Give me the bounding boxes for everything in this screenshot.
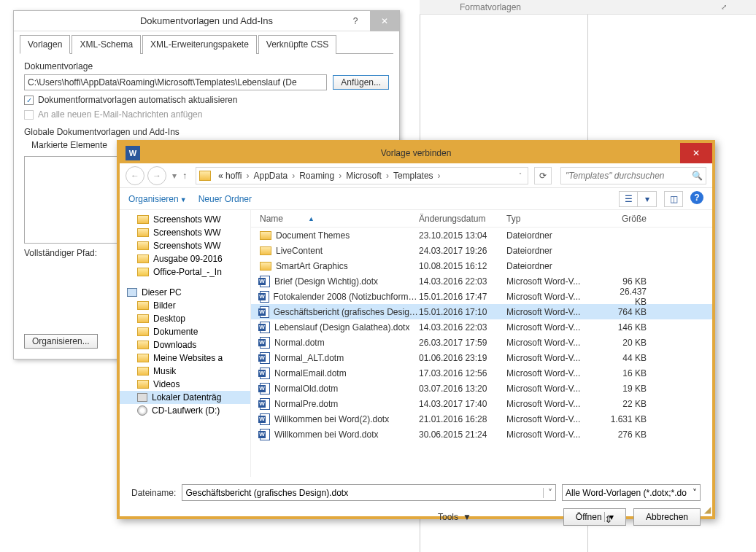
navigation-pane[interactable]: Screenshots WWScreenshots WWScreenshots … [120, 210, 251, 477]
col-type[interactable]: Typ [506, 214, 609, 224]
word-doc-icon [260, 383, 270, 394]
view-switcher[interactable]: ☰ ▾ [619, 191, 657, 207]
attach-button[interactable]: Anfügen... [333, 75, 389, 90]
file-row[interactable]: Willkommen bei Word(2).dotx21.01.2016 16… [251, 411, 712, 427]
ribbon-expander-icon[interactable]: ⤢ [721, 3, 727, 11]
file-type-filter[interactable]: Alle Word-Vorlagen (*.dotx;*.do ˅ [562, 484, 701, 501]
nav-pc-item[interactable]: Meine Websites a [120, 351, 250, 365]
this-pc-node[interactable]: Dieser PC [120, 286, 250, 299]
chevron-down-icon[interactable]: ˅ [543, 488, 552, 498]
new-folder-button[interactable]: Neuer Ordner [198, 194, 252, 204]
file-row[interactable]: Normal_ALT.dotm01.06.2016 23:19Microsoft… [251, 350, 712, 365]
file-type: Microsoft Word-V... [506, 414, 609, 424]
tab-xml-schema[interactable]: XML-Schema [72, 35, 141, 54]
col-date[interactable]: Änderungsdatum [419, 214, 506, 224]
breadcrumb-seg[interactable]: AppData [250, 171, 290, 181]
preview-pane-icon[interactable]: ◫ [664, 191, 683, 207]
file-row[interactable]: NormalOld.dotm03.07.2016 13:20Microsoft … [251, 381, 712, 396]
breadcrumb-seg[interactable]: Microsoft [343, 171, 385, 181]
tools-menu[interactable]: Tools ▼ [438, 512, 471, 522]
cancel-button[interactable]: Abbrechen [633, 508, 701, 526]
organize-button[interactable]: Organisieren... [24, 334, 98, 349]
folder-icon [137, 215, 149, 224]
checkbox-icon [24, 110, 34, 120]
file-row[interactable]: Document Themes23.10.2015 13:04Dateiordn… [251, 228, 712, 243]
file-date: 01.06.2016 23:19 [419, 353, 506, 363]
nav-pc-item[interactable]: Dokumente [120, 325, 250, 338]
file-date: 26.03.2017 17:59 [419, 338, 506, 348]
mail-checkbox-row: An alle neuen E-Mail-Nachrichten anfügen [24, 109, 389, 120]
auto-update-checkbox-row[interactable]: ✓ Dokumentformatvorlagen automatisch akt… [24, 95, 389, 105]
view-details-icon[interactable]: ☰ [619, 191, 638, 207]
file-date: 14.03.2017 17:40 [419, 399, 506, 409]
nav-pc-item[interactable]: CD-Laufwerk (D:) [120, 404, 250, 417]
template-path-input[interactable] [24, 74, 327, 90]
nav-fav-item[interactable]: Screenshots WW [120, 226, 250, 239]
help-icon[interactable]: ? [690, 191, 703, 204]
file-row[interactable]: Fotokalender 2008 (Notizbuchformat für .… [251, 289, 712, 304]
file-row[interactable]: SmartArt Graphics10.08.2015 16:12Dateior… [251, 258, 712, 273]
search-box[interactable]: 🔍 [560, 167, 706, 184]
close-button[interactable]: ✕ [370, 11, 399, 31]
word-doc-icon [260, 398, 270, 410]
file-row[interactable]: Willkommen bei Word.dotx30.06.2015 21:24… [251, 427, 712, 442]
file-type: Microsoft Word-V... [506, 292, 609, 302]
breadcrumb-dropdown-icon[interactable]: ˅ [519, 173, 522, 178]
filename-combo[interactable]: Geschäftsbericht (grafisches Design).dot… [182, 484, 556, 501]
file-row[interactable]: LiveContent24.03.2017 19:26Dateiordner [251, 243, 712, 258]
mail-label: An alle neuen E-Mail-Nachrichten anfügen [38, 109, 202, 120]
tab-vorlagen[interactable]: Vorlagen [20, 35, 70, 54]
nav-pc-item[interactable]: Musik [120, 365, 250, 378]
close-button[interactable]: ✕ [680, 143, 712, 163]
file-dialog-titlebar[interactable]: W Vorlage verbinden ✕ [120, 143, 712, 163]
breadcrumb-seg[interactable]: « hoffi [215, 171, 244, 181]
file-name: Brief (Design Wichtig).dotx [274, 276, 378, 287]
view-dropdown-icon[interactable]: ▾ [638, 191, 657, 207]
nav-pc-item[interactable]: Bilder [120, 299, 250, 312]
command-bar: Organisieren▼ Neuer Ordner ☰ ▾ ◫ ? [120, 188, 712, 210]
refresh-button[interactable]: ⟳ [534, 167, 552, 184]
breadcrumb-seg[interactable]: Roaming [296, 171, 337, 181]
chevron-down-icon: ▼ [463, 512, 471, 522]
search-input[interactable] [564, 170, 687, 182]
column-headers[interactable]: Name▲ Änderungsdatum Typ Größe [251, 210, 712, 228]
global-templates-list[interactable] [24, 156, 119, 244]
file-name: Normal_ALT.dotm [274, 353, 344, 363]
nav-pc-item[interactable]: Desktop [120, 312, 250, 325]
up-button[interactable]: ↑ [182, 171, 187, 181]
file-rows: Document Themes23.10.2015 13:04Dateiordn… [251, 228, 712, 477]
breadcrumb-seg[interactable]: Templates [390, 171, 436, 181]
file-date: 14.03.2016 22:03 [419, 322, 506, 333]
tab-css[interactable]: Verknüpfte CSS [258, 35, 336, 54]
nav-fav-item[interactable]: Screenshots WW [120, 213, 250, 226]
col-size[interactable]: Größe [609, 214, 660, 224]
file-row[interactable]: NormalEmail.dotm17.03.2016 12:56Microsof… [251, 365, 712, 381]
resize-grip-icon[interactable]: ◢ [704, 505, 711, 515]
file-row[interactable]: Geschäftsbericht (grafisches Design).dot… [251, 304, 712, 319]
breadcrumb[interactable]: « hoffi› AppData› Roaming› Microsoft› Te… [196, 167, 528, 184]
recent-dropdown-icon[interactable]: ▾ [172, 171, 177, 181]
nav-fav-item[interactable]: Screenshots WW [120, 239, 250, 252]
nav-pc-item[interactable]: Downloads [120, 338, 250, 351]
file-row[interactable]: Normal.dotm26.03.2017 17:59Microsoft Wor… [251, 335, 712, 350]
checkbox-icon: ✓ [24, 96, 34, 105]
back-button[interactable]: ← [126, 166, 144, 185]
file-date: 17.03.2016 12:56 [419, 368, 506, 378]
organize-menu[interactable]: Organisieren▼ [128, 194, 187, 204]
file-list-pane: Name▲ Änderungsdatum Typ Größe Document … [251, 210, 712, 477]
open-button[interactable]: Öffnen ▾ [563, 508, 626, 526]
nav-pc-item[interactable]: Lokaler Datenträg [120, 391, 250, 404]
nav-fav-item[interactable]: Ausgabe 09-2016 [120, 252, 250, 265]
nav-pc-item[interactable]: Videos [120, 378, 250, 391]
forward-button[interactable]: → [147, 166, 166, 185]
file-row[interactable]: Lebenslauf (Design Galathea).dotx14.03.2… [251, 319, 712, 335]
nav-fav-item[interactable]: Office-Portal_-_In [120, 265, 250, 279]
tab-xml-erweiterung[interactable]: XML-Erweiterungspakete [142, 35, 257, 54]
file-size: 26.437 KB [609, 287, 660, 307]
chevron-down-icon[interactable]: ˅ [693, 488, 697, 498]
file-row[interactable]: NormalPre.dotm14.03.2017 17:40Microsoft … [251, 396, 712, 411]
file-name: NormalOld.dotm [274, 384, 338, 394]
dialog-titlebar[interactable]: Dokumentvorlagen und Add-Ins ? ✕ [14, 11, 399, 31]
help-button[interactable]: ? [344, 11, 367, 31]
col-name[interactable]: Name▲ [251, 214, 419, 224]
